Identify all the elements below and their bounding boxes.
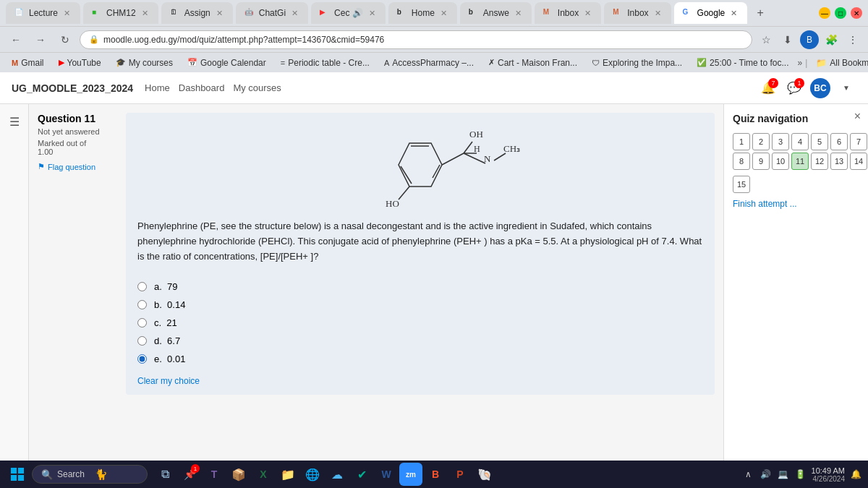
nav-home[interactable]: Home xyxy=(145,82,170,93)
answer-item-c[interactable]: c. 21 xyxy=(137,317,703,328)
tray-chevron[interactable]: ∧ xyxy=(742,468,755,481)
tab-answer[interactable]: b Answe ✕ xyxy=(460,2,532,24)
nav-num-10[interactable]: 10 xyxy=(772,153,789,170)
tab-close-lecture[interactable]: ✕ xyxy=(62,7,72,20)
nav-num-4[interactable]: 4 xyxy=(791,133,809,150)
nav-num-11[interactable]: 11 xyxy=(791,153,809,170)
bookmark-exploring[interactable]: 🛡 Exploring the Impa... xyxy=(586,56,688,69)
nav-num-6[interactable]: 6 xyxy=(830,133,848,150)
bookmark-timer[interactable]: ✅ 25:00 - Time to foc... xyxy=(691,56,794,69)
bookmark-all[interactable]: 📁 All Bookmarks xyxy=(810,56,868,69)
profile-button[interactable]: B xyxy=(800,30,819,49)
task-view-button[interactable]: ⧉ xyxy=(153,463,176,486)
nav-num-7[interactable]: 7 xyxy=(850,133,867,150)
flag-question-link[interactable]: ⚑ Flag question xyxy=(38,162,117,171)
nav-num-13[interactable]: 13 xyxy=(830,153,848,170)
tab-close-answer[interactable]: ✕ xyxy=(514,7,523,20)
bookmark-gmail[interactable]: M Gmail xyxy=(6,56,50,69)
taskbar-clock[interactable]: 10:49 AM 4/26/2024 xyxy=(812,466,845,483)
answer-radio-e[interactable] xyxy=(137,354,147,364)
tab-close-home[interactable]: ✕ xyxy=(439,7,448,20)
maximize-button[interactable]: □ xyxy=(835,7,846,19)
user-menu-arrow[interactable]: ▼ xyxy=(836,78,856,98)
extensions-button[interactable]: 🧩 xyxy=(822,30,841,49)
pin-button[interactable]: 📌 1 xyxy=(178,463,201,486)
tray-battery[interactable]: 🔋 xyxy=(794,468,807,481)
taskbar-search-box[interactable]: 🔍 Search 🐈 xyxy=(32,465,148,484)
tab-close-inbox1[interactable]: ✕ xyxy=(583,7,592,20)
tab-close-google[interactable]: ✕ xyxy=(729,7,739,20)
powerpoint-button[interactable]: P xyxy=(448,463,472,486)
downloads-button[interactable]: ⬇ xyxy=(778,30,797,49)
messages-button[interactable]: 💬 1 xyxy=(784,78,804,98)
start-button[interactable] xyxy=(6,463,29,486)
bookmark-cart[interactable]: ✗ Cart - Maison Fran... xyxy=(482,56,583,69)
tab-chatgi[interactable]: 🤖 ChatGi ✕ xyxy=(236,2,308,24)
forward-button[interactable]: → xyxy=(30,30,51,50)
onedrive-button[interactable]: ☁ xyxy=(326,463,349,486)
answer-item-d[interactable]: d. 6.7 xyxy=(137,335,703,346)
tray-network[interactable]: 💻 xyxy=(777,468,790,481)
quiz-nav-close-button[interactable]: × xyxy=(854,110,861,123)
zoom-button[interactable]: zm xyxy=(399,463,422,486)
tab-assign[interactable]: 🗓 Assign ✕ xyxy=(161,2,233,24)
tab-close-assign[interactable]: ✕ xyxy=(215,7,224,20)
edge-button[interactable]: 🌐 xyxy=(301,463,324,486)
shell-button[interactable]: 🐚 xyxy=(473,463,496,486)
tab-close-chm12[interactable]: ✕ xyxy=(140,7,150,20)
answer-item-e[interactable]: e. 0.01 xyxy=(137,354,703,364)
new-tab-button[interactable]: + xyxy=(750,3,770,23)
word-button[interactable]: W xyxy=(375,463,398,486)
minimize-button[interactable]: — xyxy=(819,7,830,19)
answer-radio-c[interactable] xyxy=(137,318,147,328)
tab-google[interactable]: G Google ✕ xyxy=(674,2,748,24)
tab-home[interactable]: b Home ✕ xyxy=(388,2,457,24)
tray-volume[interactable]: 🔊 xyxy=(760,468,773,481)
answer-radio-d[interactable] xyxy=(137,336,147,346)
tab-close-cec[interactable]: ✕ xyxy=(367,7,377,20)
tab-inbox1[interactable]: M Inbox ✕ xyxy=(535,2,601,24)
refresh-button[interactable]: ↻ xyxy=(55,30,75,50)
bookmark-periodic[interactable]: = Periodic table - Cre... xyxy=(275,56,375,69)
nav-num-3[interactable]: 3 xyxy=(772,133,789,150)
user-avatar[interactable]: BC xyxy=(810,78,830,98)
nav-num-2[interactable]: 2 xyxy=(752,133,770,150)
sidebar-menu-button[interactable]: ☰ xyxy=(3,110,26,133)
nav-num-15[interactable]: 15 xyxy=(733,176,750,193)
tab-cec[interactable]: ▶ Cec 🔊 ✕ xyxy=(311,2,386,24)
nav-num-12[interactable]: 12 xyxy=(811,153,828,170)
tab-lecture[interactable]: 📄 Lecture ✕ xyxy=(6,2,80,24)
excel-button[interactable]: X xyxy=(252,463,275,486)
bookmark-youtube[interactable]: ▶ YouTube xyxy=(53,56,107,69)
back-button[interactable]: ← xyxy=(6,30,26,50)
nav-num-14[interactable]: 14 xyxy=(850,153,867,170)
answer-radio-b[interactable] xyxy=(137,300,147,309)
nav-num-1[interactable]: 1 xyxy=(733,133,750,150)
close-button[interactable]: ✕ xyxy=(851,7,862,19)
nav-dashboard[interactable]: Dashboard xyxy=(179,82,225,93)
bookmark-star-button[interactable]: ☆ xyxy=(757,30,775,49)
nav-num-5[interactable]: 5 xyxy=(811,133,828,150)
bookmark-accesspharmacy[interactable]: A AccessPharmacy –... xyxy=(378,56,480,69)
brave-button[interactable]: B xyxy=(424,463,447,486)
tab-close-inbox2[interactable]: ✕ xyxy=(653,7,663,20)
check-button[interactable]: ✔ xyxy=(350,463,373,486)
tab-inbox2[interactable]: M Inbox ✕ xyxy=(604,2,671,24)
teams-button[interactable]: T xyxy=(203,463,226,486)
notifications-button[interactable]: 🔔 7 xyxy=(758,78,778,98)
answer-radio-a[interactable] xyxy=(137,282,147,291)
tab-close-chatgi[interactable]: ✕ xyxy=(290,7,299,20)
bookmark-mycourses[interactable]: 🎓 My courses xyxy=(110,56,179,69)
nav-num-9[interactable]: 9 xyxy=(752,153,770,170)
nav-num-8[interactable]: 8 xyxy=(733,153,750,170)
bookmark-calendar[interactable]: 📅 Google Calendar xyxy=(182,56,272,69)
notification-tray[interactable]: 🔔 xyxy=(849,468,862,481)
nav-mycourses[interactable]: My courses xyxy=(233,82,281,93)
tab-chm12[interactable]: ■ CHM12 ✕ xyxy=(83,2,158,24)
address-bar[interactable]: 🔒 moodle.uog.edu.gy/mod/quiz/attempt.php… xyxy=(80,30,752,49)
menu-button[interactable]: ⋮ xyxy=(843,30,862,49)
file-explorer-button[interactable]: 📁 xyxy=(276,463,299,486)
finish-attempt-link[interactable]: Finish attempt ... xyxy=(733,199,859,209)
clear-choice-link[interactable]: Clear my choice xyxy=(137,376,200,386)
answer-item-a[interactable]: a. 79 xyxy=(137,281,703,292)
